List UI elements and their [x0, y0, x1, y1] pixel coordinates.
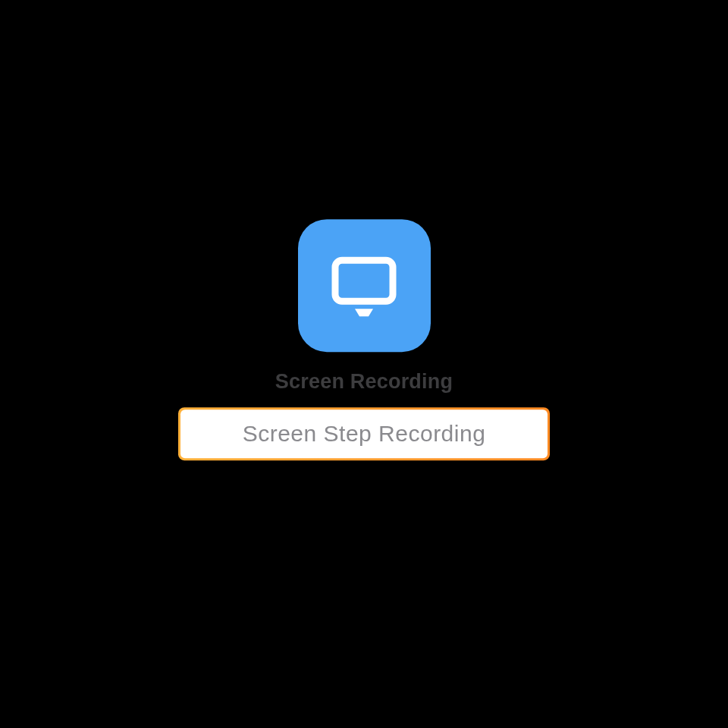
app-icon	[298, 219, 431, 352]
svg-rect-0	[335, 260, 393, 301]
monitor-icon	[326, 248, 402, 324]
recording-panel: Screen Recording Screen Step Recording	[178, 219, 550, 460]
step-button-wrap: Screen Step Recording	[178, 407, 550, 460]
step-button-label: Screen Step Recording	[180, 410, 548, 458]
app-title: Screen Recording	[275, 370, 453, 394]
screen-step-recording-button[interactable]: Screen Step Recording	[178, 407, 550, 460]
